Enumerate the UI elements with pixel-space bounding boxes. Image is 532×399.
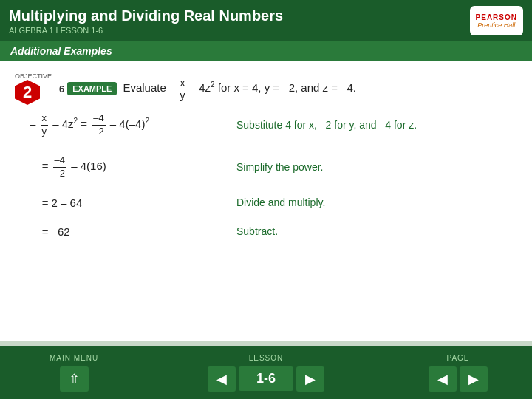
footer-page-section: PAGE ◀ ▶ bbox=[399, 354, 517, 392]
example-num: 6 bbox=[59, 83, 64, 95]
pearson-logo-top: PEARSON bbox=[476, 13, 517, 21]
page-label: PAGE bbox=[446, 354, 469, 362]
step-math-4: = –62 bbox=[30, 225, 236, 238]
lesson-prev-button[interactable]: ◀ bbox=[208, 366, 236, 392]
objective-row: OBJECTIVE 2 6 EXAMPLE Evaluate – xy – 4z… bbox=[15, 72, 517, 105]
footer-main-menu-section: MAIN MENU ⇧ bbox=[15, 354, 133, 392]
page-next-button[interactable]: ▶ bbox=[460, 366, 488, 392]
steps-area: – xy – 4z2 = –4–2 – 4(–4)2 Substitute 4 … bbox=[15, 112, 517, 238]
lesson-subtitle: ALGEBRA 1 LESSON 1-6 bbox=[9, 26, 283, 35]
page-title: Multiplying and Dividing Real Numbers bbox=[9, 7, 283, 24]
step-description-4: Subtract. bbox=[236, 225, 517, 237]
example-badge: EXAMPLE bbox=[67, 82, 117, 95]
page-prev-icon: ◀ bbox=[437, 372, 448, 386]
step-row-2: = –4–2 – 4(16) Simplify the power. bbox=[30, 154, 517, 180]
page-next-icon: ▶ bbox=[468, 372, 479, 386]
step-row-1: – xy – 4z2 = –4–2 – 4(–4)2 Substitute 4 … bbox=[30, 112, 517, 138]
chevron-left-icon: ◀ bbox=[216, 372, 227, 386]
footer: MAIN MENU ⇧ LESSON ◀ 1-6 ▶ PAGE ◀ ▶ bbox=[0, 346, 532, 399]
step-description-3: Divide and multiply. bbox=[236, 197, 517, 208]
objective-number: 2 bbox=[15, 80, 40, 105]
header: Multiplying and Dividing Real Numbers AL… bbox=[0, 0, 532, 41]
objective-label: OBJECTIVE bbox=[15, 72, 52, 80]
pearson-logo-bottom: Prentice Hall bbox=[477, 21, 515, 29]
evaluate-prompt: Evaluate – xy – 4z2 for x = 4, y = –2, a… bbox=[123, 77, 356, 101]
additional-examples-bar: Additional Examples bbox=[0, 41, 532, 61]
main-content: OBJECTIVE 2 6 EXAMPLE Evaluate – xy – 4z… bbox=[0, 61, 532, 341]
page-prev-button[interactable]: ◀ bbox=[429, 366, 457, 392]
additional-examples-label: Additional Examples bbox=[10, 45, 112, 57]
step-row-4: = –62 Subtract. bbox=[30, 225, 517, 238]
step-description-2: Simplify the power. bbox=[236, 161, 517, 173]
step-math-1: – xy – 4z2 = –4–2 – 4(–4)2 bbox=[30, 112, 236, 138]
main-menu-button[interactable]: ⇧ bbox=[60, 366, 89, 392]
home-icon: ⇧ bbox=[69, 372, 80, 386]
step-row-3: = 2 – 64 Divide and multiply. bbox=[30, 197, 517, 209]
chevron-right-icon: ▶ bbox=[305, 372, 316, 386]
step-math-2: = –4–2 – 4(16) bbox=[30, 154, 236, 180]
lesson-nav-row: ◀ 1-6 ▶ bbox=[208, 366, 324, 392]
lesson-label: LESSON bbox=[249, 354, 284, 362]
footer-lesson-section: LESSON ◀ 1-6 ▶ bbox=[208, 354, 324, 392]
lesson-next-button[interactable]: ▶ bbox=[296, 366, 324, 392]
main-menu-label: MAIN MENU bbox=[50, 354, 98, 362]
page-nav-row: ◀ ▶ bbox=[429, 366, 488, 392]
pearson-logo: PEARSON Prentice Hall bbox=[470, 6, 523, 35]
lesson-badge: 1-6 bbox=[239, 366, 293, 391]
step-description-1: Substitute 4 for x, –2 for y, and –4 for… bbox=[236, 119, 517, 131]
header-text: Multiplying and Dividing Real Numbers AL… bbox=[9, 7, 283, 35]
step-math-3: = 2 – 64 bbox=[30, 197, 236, 209]
